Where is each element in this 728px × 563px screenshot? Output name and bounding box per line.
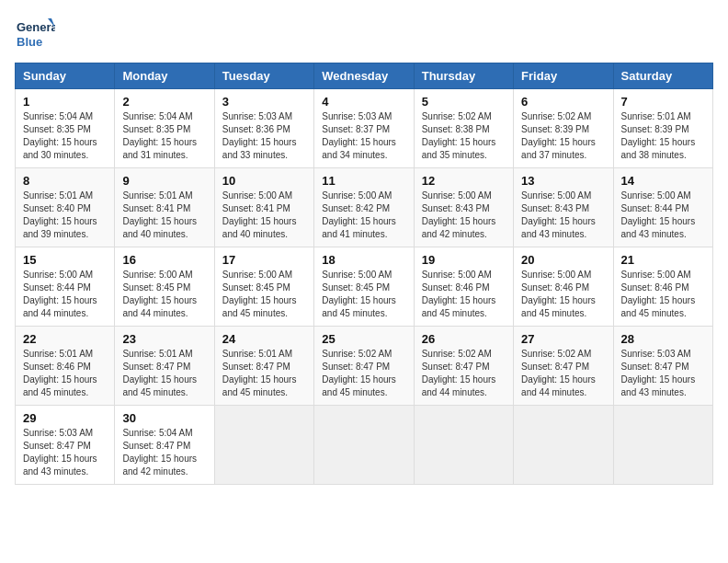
calendar-cell: 22 Sunrise: 5:01 AMSunset: 8:46 PMDaylig… [16, 327, 115, 406]
day-header-monday: Monday [115, 63, 214, 89]
calendar-cell: 27 Sunrise: 5:02 AMSunset: 8:47 PMDaylig… [514, 327, 613, 406]
day-header-wednesday: Wednesday [314, 63, 414, 89]
calendar-cell: 18 Sunrise: 5:00 AMSunset: 8:45 PMDaylig… [314, 247, 414, 327]
calendar-week-3: 15 Sunrise: 5:00 AMSunset: 8:44 PMDaylig… [16, 247, 713, 327]
day-number: 11 [322, 174, 405, 188]
day-info: Sunrise: 5:00 AMSunset: 8:44 PMDaylight:… [23, 269, 107, 320]
header: General Blue [15, 15, 713, 55]
calendar-cell: 8 Sunrise: 5:01 AMSunset: 8:40 PMDayligh… [16, 168, 115, 247]
day-number: 13 [521, 174, 605, 188]
day-number: 26 [422, 332, 506, 346]
calendar-cell: 12 Sunrise: 5:00 AMSunset: 8:43 PMDaylig… [414, 168, 513, 247]
day-info: Sunrise: 5:03 AMSunset: 8:37 PMDaylight:… [322, 110, 405, 162]
calendar-cell: 26 Sunrise: 5:02 AMSunset: 8:47 PMDaylig… [414, 327, 513, 406]
calendar-cell: 17 Sunrise: 5:00 AMSunset: 8:45 PMDaylig… [214, 247, 313, 327]
day-info: Sunrise: 5:00 AMSunset: 8:46 PMDaylight:… [521, 269, 605, 320]
day-number: 19 [422, 253, 506, 267]
svg-text:General: General [17, 20, 55, 34]
day-number: 18 [322, 253, 405, 267]
day-info: Sunrise: 5:00 AMSunset: 8:45 PMDaylight:… [322, 269, 405, 320]
calendar-cell: 7 Sunrise: 5:01 AMSunset: 8:39 PMDayligh… [613, 89, 712, 168]
day-number: 3 [222, 95, 306, 109]
calendar-cell: 1 Sunrise: 5:04 AMSunset: 8:35 PMDayligh… [16, 89, 115, 168]
svg-text:Blue: Blue [17, 35, 42, 49]
day-number: 30 [122, 411, 206, 425]
day-info: Sunrise: 5:00 AMSunset: 8:45 PMDaylight:… [122, 269, 206, 320]
day-info: Sunrise: 5:04 AMSunset: 8:35 PMDaylight:… [122, 110, 206, 162]
day-info: Sunrise: 5:02 AMSunset: 8:38 PMDaylight:… [422, 110, 506, 162]
day-number: 29 [23, 411, 107, 425]
logo: General Blue [15, 15, 55, 55]
day-info: Sunrise: 5:01 AMSunset: 8:46 PMDaylight:… [23, 348, 107, 399]
day-header-saturday: Saturday [613, 63, 712, 89]
calendar-cell: 5 Sunrise: 5:02 AMSunset: 8:38 PMDayligh… [414, 89, 513, 168]
calendar-cell: 3 Sunrise: 5:03 AMSunset: 8:36 PMDayligh… [214, 89, 313, 168]
calendar-cell: 9 Sunrise: 5:01 AMSunset: 8:41 PMDayligh… [115, 168, 214, 247]
day-number: 27 [521, 332, 605, 346]
calendar-cell: 29 Sunrise: 5:03 AMSunset: 8:47 PMDaylig… [16, 406, 115, 485]
day-info: Sunrise: 5:00 AMSunset: 8:42 PMDaylight:… [322, 190, 405, 241]
day-number: 10 [222, 174, 306, 188]
day-number: 8 [23, 174, 107, 188]
calendar-cell [214, 406, 313, 485]
day-info: Sunrise: 5:00 AMSunset: 8:46 PMDaylight:… [422, 269, 506, 320]
day-info: Sunrise: 5:01 AMSunset: 8:40 PMDaylight:… [23, 190, 107, 241]
day-number: 21 [621, 253, 705, 267]
calendar-cell: 21 Sunrise: 5:00 AMSunset: 8:46 PMDaylig… [613, 247, 712, 327]
day-number: 22 [23, 332, 107, 346]
calendar-cell [613, 406, 712, 485]
day-header-thursday: Thursday [414, 63, 513, 89]
calendar-cell: 19 Sunrise: 5:00 AMSunset: 8:46 PMDaylig… [414, 247, 513, 327]
day-info: Sunrise: 5:01 AMSunset: 8:41 PMDaylight:… [122, 190, 206, 241]
calendar-cell: 6 Sunrise: 5:02 AMSunset: 8:39 PMDayligh… [514, 89, 613, 168]
day-info: Sunrise: 5:02 AMSunset: 8:39 PMDaylight:… [521, 110, 605, 162]
day-info: Sunrise: 5:00 AMSunset: 8:45 PMDaylight:… [222, 269, 306, 320]
calendar-header-row: SundayMondayTuesdayWednesdayThursdayFrid… [16, 63, 713, 89]
day-info: Sunrise: 5:03 AMSunset: 8:47 PMDaylight:… [621, 348, 705, 399]
day-info: Sunrise: 5:04 AMSunset: 8:35 PMDaylight:… [23, 110, 107, 162]
calendar-cell: 14 Sunrise: 5:00 AMSunset: 8:44 PMDaylig… [613, 168, 712, 247]
calendar-week-1: 1 Sunrise: 5:04 AMSunset: 8:35 PMDayligh… [16, 89, 713, 168]
day-number: 12 [422, 174, 506, 188]
calendar-week-5: 29 Sunrise: 5:03 AMSunset: 8:47 PMDaylig… [16, 406, 713, 485]
calendar-cell: 10 Sunrise: 5:00 AMSunset: 8:41 PMDaylig… [214, 168, 313, 247]
day-number: 6 [521, 95, 605, 109]
day-number: 4 [322, 95, 405, 109]
calendar-cell: 25 Sunrise: 5:02 AMSunset: 8:47 PMDaylig… [314, 327, 414, 406]
day-header-tuesday: Tuesday [214, 63, 313, 89]
calendar-cell [414, 406, 513, 485]
day-number: 28 [621, 332, 705, 346]
day-info: Sunrise: 5:00 AMSunset: 8:46 PMDaylight:… [621, 269, 705, 320]
calendar-cell: 30 Sunrise: 5:04 AMSunset: 8:47 PMDaylig… [115, 406, 214, 485]
day-number: 23 [122, 332, 206, 346]
day-number: 16 [122, 253, 206, 267]
logo-svg: General Blue [15, 15, 55, 55]
day-number: 5 [422, 95, 506, 109]
calendar-cell: 13 Sunrise: 5:00 AMSunset: 8:43 PMDaylig… [514, 168, 613, 247]
calendar-cell: 11 Sunrise: 5:00 AMSunset: 8:42 PMDaylig… [314, 168, 414, 247]
day-info: Sunrise: 5:03 AMSunset: 8:36 PMDaylight:… [222, 110, 306, 162]
calendar-cell: 28 Sunrise: 5:03 AMSunset: 8:47 PMDaylig… [613, 327, 712, 406]
calendar-cell: 20 Sunrise: 5:00 AMSunset: 8:46 PMDaylig… [514, 247, 613, 327]
day-info: Sunrise: 5:00 AMSunset: 8:43 PMDaylight:… [422, 190, 506, 241]
day-info: Sunrise: 5:00 AMSunset: 8:44 PMDaylight:… [621, 190, 705, 241]
day-number: 17 [222, 253, 306, 267]
day-info: Sunrise: 5:01 AMSunset: 8:47 PMDaylight:… [222, 348, 306, 399]
day-info: Sunrise: 5:04 AMSunset: 8:47 PMDaylight:… [122, 427, 206, 478]
day-info: Sunrise: 5:02 AMSunset: 8:47 PMDaylight:… [322, 348, 405, 399]
day-number: 20 [521, 253, 605, 267]
calendar-cell [314, 406, 414, 485]
day-header-sunday: Sunday [16, 63, 115, 89]
day-info: Sunrise: 5:02 AMSunset: 8:47 PMDaylight:… [521, 348, 605, 399]
calendar-cell: 24 Sunrise: 5:01 AMSunset: 8:47 PMDaylig… [214, 327, 313, 406]
calendar-cell: 16 Sunrise: 5:00 AMSunset: 8:45 PMDaylig… [115, 247, 214, 327]
day-info: Sunrise: 5:00 AMSunset: 8:43 PMDaylight:… [521, 190, 605, 241]
calendar-cell: 2 Sunrise: 5:04 AMSunset: 8:35 PMDayligh… [115, 89, 214, 168]
day-number: 1 [23, 95, 107, 109]
day-header-friday: Friday [514, 63, 613, 89]
calendar-week-4: 22 Sunrise: 5:01 AMSunset: 8:46 PMDaylig… [16, 327, 713, 406]
day-number: 14 [621, 174, 705, 188]
day-number: 24 [222, 332, 306, 346]
calendar-cell: 15 Sunrise: 5:00 AMSunset: 8:44 PMDaylig… [16, 247, 115, 327]
day-info: Sunrise: 5:00 AMSunset: 8:41 PMDaylight:… [222, 190, 306, 241]
